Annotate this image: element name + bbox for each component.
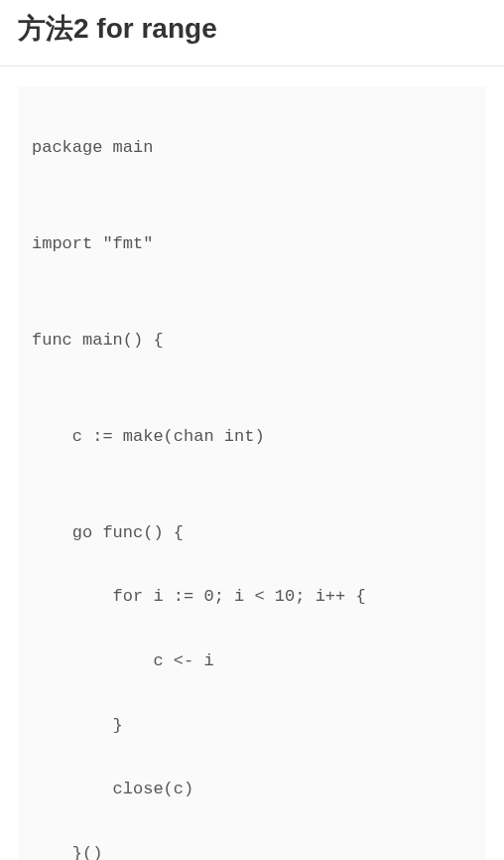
code-line: c <- i xyxy=(32,645,476,677)
code-line: for i := 0; i < 10; i++ { xyxy=(32,581,476,613)
code-line: c := make(chan int) xyxy=(32,421,476,453)
code-line: } xyxy=(32,710,476,742)
section-heading: 方法2 for range xyxy=(0,0,504,67)
code-line: }() xyxy=(32,838,476,860)
code-line: import "fmt" xyxy=(32,228,476,260)
code-line: close(c) xyxy=(32,774,476,805)
code-line: package main xyxy=(32,132,476,164)
code-line: go func() { xyxy=(32,517,476,549)
code-line: func main() { xyxy=(32,325,476,357)
code-block: package main import "fmt" func main() { … xyxy=(18,86,486,860)
